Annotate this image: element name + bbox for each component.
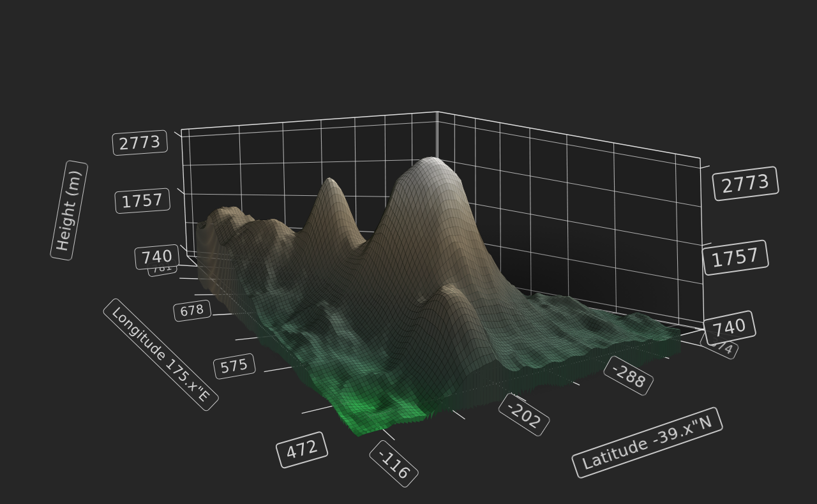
z-tick-left-2773: 2773 xyxy=(112,130,168,156)
3d-terrain-plot: 2773 1757 781 740 Height (m) 2773 1757 -… xyxy=(0,0,817,504)
z-tick-left-1757: 1757 xyxy=(114,188,170,214)
z-tick-left-740: 740 xyxy=(134,244,180,270)
